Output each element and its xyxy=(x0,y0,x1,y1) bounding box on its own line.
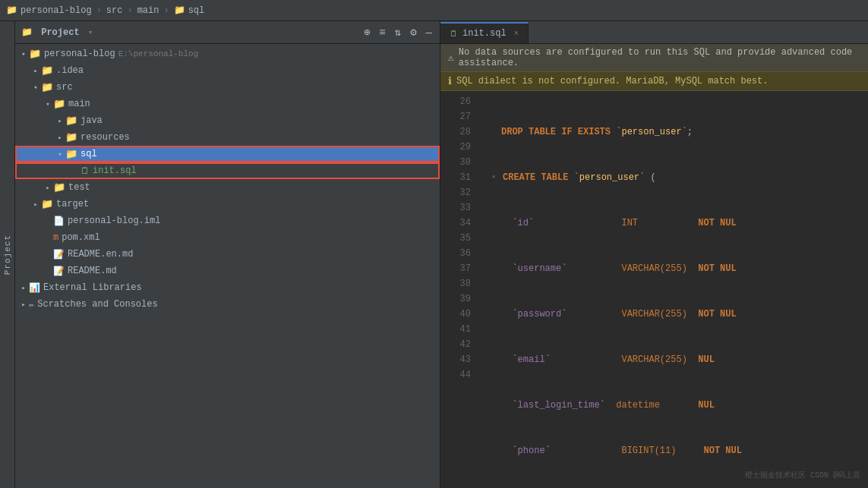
editor-area: 🗒 init.sql × ⚠ No data sources are confi… xyxy=(440,21,868,488)
tree-arrow xyxy=(30,83,41,92)
main-area: Project 📁 Project ▾ ⊕ ≡ ⇅ ⚙ — 📁 personal… xyxy=(0,21,868,488)
code-line-32: `last_login_time` datetime NUL xyxy=(486,398,868,413)
tree-item-readme-en[interactable]: 📝 README.en.md xyxy=(15,246,440,263)
tree-label: personal-blog.iml xyxy=(68,216,160,226)
code-line-26: DROP TABLE IF EXISTS `person_user`; xyxy=(486,124,868,140)
collapse-icon[interactable]: ≡ xyxy=(377,25,387,40)
breadcrumb-project[interactable]: personal-blog xyxy=(21,5,92,16)
libs-icon: 📊 xyxy=(29,282,40,294)
folder-icon: 📁 xyxy=(65,115,77,127)
project-title: 📁 Project ▾ xyxy=(21,27,356,38)
breadcrumb-src[interactable]: src xyxy=(106,5,123,16)
tree-item-resources[interactable]: 📁 resources xyxy=(15,129,440,146)
tree-label: target xyxy=(56,199,89,209)
tree-label: java xyxy=(80,115,103,126)
line-numbers: 26 27 28 29 30 31 32 33 34 35 36 37 38 3… xyxy=(440,91,478,488)
watermark: 橙士掘金技术社区 CSDN @码上言 xyxy=(745,470,860,480)
tree-item-main[interactable]: 📁 main xyxy=(15,96,440,112)
tree-label: External Libraries xyxy=(43,282,142,293)
tree-label: src xyxy=(56,82,73,93)
tree-arrow xyxy=(43,184,53,192)
tree-arrow xyxy=(55,134,65,142)
tree-arrow xyxy=(30,200,41,209)
tree-arrow xyxy=(18,50,29,58)
code-editor[interactable]: 26 27 28 29 30 31 32 33 34 35 36 37 38 3… xyxy=(440,91,868,488)
tree-label: resources xyxy=(80,132,130,143)
tree-item-sql[interactable]: 📁 sql xyxy=(15,146,440,162)
project-tree: 📁 personal-blog E:\personal-blog 📁 .idea… xyxy=(15,44,440,488)
code-line-30: `password` VARCHAR(255) NOT NUL xyxy=(486,307,868,322)
tree-item-scratches[interactable]: ✏ Scratches and Consoles xyxy=(15,296,440,313)
folder-icon: 📁 xyxy=(41,81,53,93)
tree-arrow xyxy=(55,117,65,125)
scratches-icon: ✏ xyxy=(29,299,34,310)
minimize-icon[interactable]: — xyxy=(425,25,434,40)
code-line-29: `username` VARCHAR(255) NOT NUL xyxy=(486,261,868,276)
warning-icon: ⚠ xyxy=(448,52,454,64)
tree-item-test[interactable]: 📁 test xyxy=(15,179,440,196)
tree-item-src[interactable]: 📁 src xyxy=(15,79,440,96)
code-line-33: `phone` BIGINT(11) NOT NUL xyxy=(486,443,868,458)
tab-close-button[interactable]: × xyxy=(514,29,519,38)
folder-icon: 📁 xyxy=(65,148,77,160)
code-content[interactable]: DROP TABLE IF EXISTS `person_user`; ▾CRE… xyxy=(478,91,868,488)
tree-arrow xyxy=(18,284,29,292)
project-panel: 📁 Project ▾ ⊕ ≡ ⇅ ⚙ — 📁 personal-blog E:… xyxy=(15,21,440,488)
tree-label: test xyxy=(68,182,90,193)
tree-label: README.en.md xyxy=(68,249,133,260)
editor-tabs: 🗒 init.sql × xyxy=(440,21,868,44)
tree-label: Scratches and Consoles xyxy=(37,299,157,310)
code-line-31: `email` VARCHAR(255) NUL xyxy=(486,352,868,367)
folder-icon: 📁 xyxy=(65,131,77,143)
settings-icon[interactable]: ⚙ xyxy=(409,24,418,40)
warning-text-2: SQL dialect is not configured. MariaDB, … xyxy=(456,76,768,87)
iml-icon: 📄 xyxy=(53,216,65,227)
tab-file-icon: 🗒 xyxy=(450,29,458,39)
tree-item-iml[interactable]: 📄 personal-blog.iml xyxy=(15,213,440,229)
tree-item-java[interactable]: 📁 java xyxy=(15,112,440,129)
tree-label: personal-blog xyxy=(44,49,115,59)
md-icon: 📝 xyxy=(53,249,65,260)
breadcrumb-main[interactable]: main xyxy=(137,5,159,16)
tree-item-target[interactable]: 📁 target xyxy=(15,196,440,213)
xml-icon: m xyxy=(53,232,58,243)
tree-item-idea[interactable]: 📁 .idea xyxy=(15,62,440,79)
warning-banner-datasource: ⚠ No data sources are configured to run … xyxy=(440,44,868,72)
tree-arrow xyxy=(18,301,29,309)
tab-init-sql[interactable]: 🗒 init.sql × xyxy=(440,22,529,43)
folder-icon: 📁 xyxy=(53,181,65,194)
info-icon: ℹ xyxy=(448,75,452,87)
folder-icon: 📁 xyxy=(53,98,65,110)
add-icon[interactable]: ⊕ xyxy=(362,24,371,40)
tree-path: E:\personal-blog xyxy=(118,49,199,58)
tree-item-pom[interactable]: m pom.xml xyxy=(15,229,440,246)
code-line-28: `id` INT NOT NUL xyxy=(486,216,868,231)
folder-icon: 📁 xyxy=(29,48,41,60)
warning-banner-dialect: ℹ SQL dialect is not configured. MariaDB… xyxy=(440,72,868,91)
tree-item-readme[interactable]: 📝 README.md xyxy=(15,263,440,279)
sql-file-icon: 🗒 xyxy=(80,165,90,177)
tree-label: sql xyxy=(80,149,97,159)
tree-arrow xyxy=(30,67,41,75)
tree-arrow xyxy=(43,100,53,109)
code-line-27: ▾CREATE TABLE `person_user` ( xyxy=(486,170,868,185)
tree-label: README.md xyxy=(68,266,117,276)
warning-text-1: No data sources are configured to run th… xyxy=(459,47,860,68)
sort-icon[interactable]: ⇅ xyxy=(393,24,402,40)
project-icon: 📁 xyxy=(6,5,17,16)
tree-item-personal-blog[interactable]: 📁 personal-blog E:\personal-blog xyxy=(15,46,440,62)
side-panel-label: Project xyxy=(3,235,12,275)
md-icon2: 📝 xyxy=(53,266,65,277)
breadcrumb-sql[interactable]: sql xyxy=(188,5,205,16)
tree-label: pom.xml xyxy=(62,232,99,243)
tree-label: init.sql xyxy=(93,165,137,176)
tree-arrow xyxy=(55,150,65,159)
sql-folder-icon: 📁 xyxy=(174,5,185,16)
side-panel: Project xyxy=(0,21,15,488)
tree-item-init-sql[interactable]: 🗒 init.sql xyxy=(15,162,440,179)
tab-label: init.sql xyxy=(462,28,507,39)
tree-label: .idea xyxy=(56,65,84,76)
folder-icon: 📁 xyxy=(41,65,53,77)
tree-item-ext-libs[interactable]: 📊 External Libraries xyxy=(15,279,440,296)
tree-label: main xyxy=(68,99,90,109)
